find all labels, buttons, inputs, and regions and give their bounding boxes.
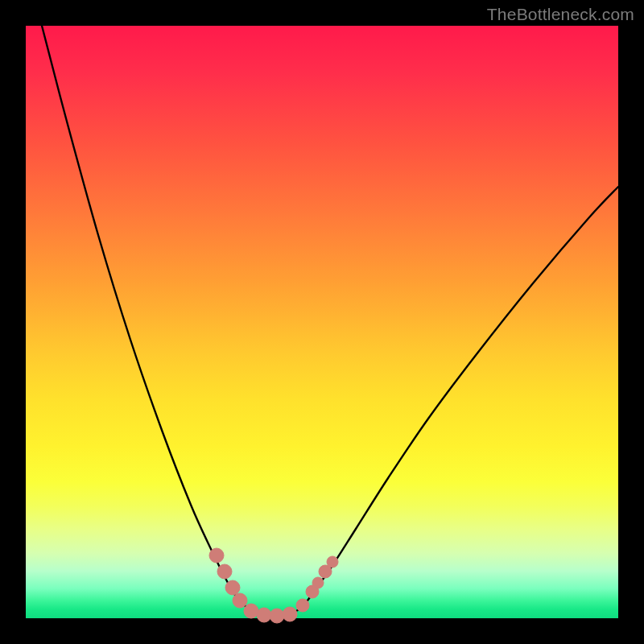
watermark-label: TheBottleneck.com [487,5,634,24]
chart-frame: TheBottleneck.com [0,0,644,644]
flat-node-4 [283,607,297,621]
left-node-3 [225,580,240,595]
right-node-3 [312,577,324,588]
flat-node-2 [257,608,271,622]
left-node-1 [209,548,224,563]
marker-layer [209,548,338,623]
flat-node-3 [270,609,284,623]
left-node-4 [233,593,247,608]
left-node-2 [217,564,232,579]
bottleneck-curve [42,26,618,616]
curve-layer [26,26,618,618]
right-node-1 [296,599,309,612]
right-node-5 [327,556,338,568]
flat-node-1 [244,604,258,618]
plot-area [26,26,618,618]
